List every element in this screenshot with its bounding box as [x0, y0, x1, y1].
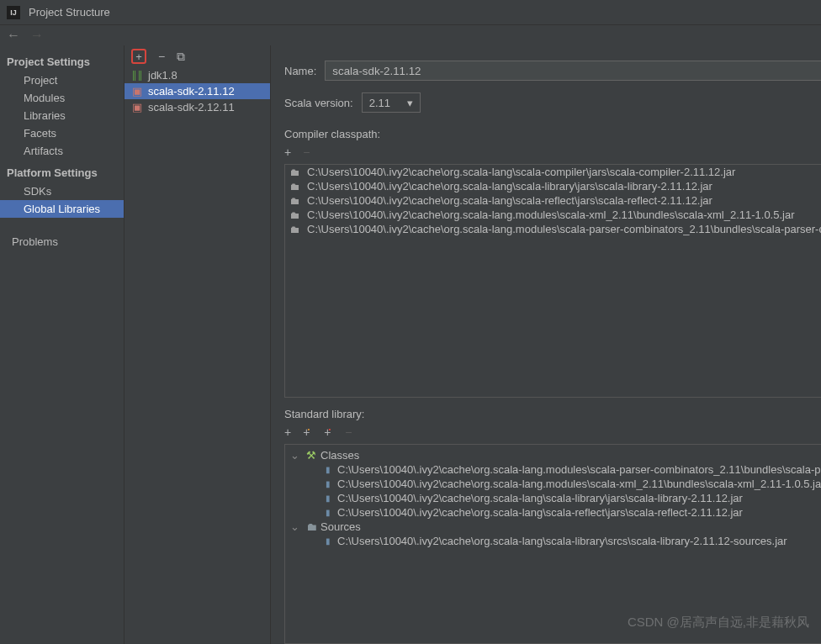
classpath-path: C:\Users\10040\.ivy2\cache\org.scala-lan…: [307, 166, 735, 178]
nav-problems[interactable]: Problems: [0, 233, 124, 251]
jar-icon: ▮: [322, 508, 334, 517]
chevron-down-icon: ▾: [407, 97, 413, 109]
class-jar-item[interactable]: ▮C:\Users\10040\.ivy2\cache\org.scala-la…: [285, 491, 821, 505]
hammer-icon: ⚒: [305, 449, 317, 462]
settings-nav: Project Settings Project Modules Librari…: [0, 45, 124, 644]
classpath-item[interactable]: 🖿C:\Users\10040\.ivy2\cache\org.scala-la…: [285, 222, 821, 236]
jar-icon: ▮: [322, 465, 334, 474]
titlebar: IJ Project Structure: [0, 0, 821, 25]
watermark: CSDN @居高声自远,非是藉秋风: [628, 615, 809, 631]
classpath-path: C:\Users\10040\.ivy2\cache\org.scala-lan…: [307, 209, 795, 221]
classpath-path: C:\Users\10040\.ivy2\cache\org.scala-lan…: [307, 194, 712, 207]
add-stdlib-project-button[interactable]: +: [324, 425, 333, 439]
window-title: Project Structure: [29, 6, 110, 18]
scala-folder-icon: ▣: [131, 85, 143, 98]
source-jar-item[interactable]: ▮C:\Users\10040\.ivy2\cache\org.scala-la…: [285, 534, 821, 548]
scala-version-select[interactable]: 2.11 ▾: [362, 92, 421, 113]
project-settings-header: Project Settings: [0, 52, 124, 71]
navbar: ← →: [0, 25, 821, 45]
sources-label: Sources: [320, 520, 361, 533]
folder-icon: 🖿: [290, 209, 302, 221]
classpath-item[interactable]: 🖿C:\Users\10040\.ivy2\cache\org.scala-la…: [285, 208, 821, 222]
nav-facets[interactable]: Facets: [0, 124, 124, 142]
class-jar-item[interactable]: ▮C:\Users\10040\.ivy2\cache\org.scala-la…: [285, 477, 821, 491]
standard-library-label: Standard library:: [284, 408, 821, 420]
classpath-item[interactable]: 🖿C:\Users\10040\.ivy2\cache\org.scala-la…: [285, 193, 821, 208]
nav-sdks[interactable]: SDKs: [0, 182, 124, 200]
library-item-scala-2-12[interactable]: ▣ scala-sdk-2.12.11: [124, 99, 270, 115]
classpath-item[interactable]: 🖿C:\Users\10040\.ivy2\cache\org.scala-la…: [285, 179, 821, 193]
classpath-item[interactable]: 🖿C:\Users\10040\.ivy2\cache\org.scala-la…: [285, 165, 821, 179]
nav-artifacts[interactable]: Artifacts: [0, 142, 124, 160]
nav-global-libraries[interactable]: Global Libraries: [0, 200, 124, 218]
add-library-button[interactable]: +: [131, 49, 146, 64]
library-label: jdk1.8: [148, 69, 177, 82]
source-path: C:\Users\10040\.ivy2\cache\org.scala-lan…: [337, 535, 787, 547]
class-path: C:\Users\10040\.ivy2\cache\org.scala-lan…: [337, 463, 821, 476]
compiler-classpath-label: Compiler classpath:: [284, 128, 821, 140]
add-stdlib-button[interactable]: +: [284, 425, 291, 439]
library-label: scala-sdk-2.12.11: [148, 101, 235, 113]
chevron-down-icon[interactable]: ⌄: [290, 520, 302, 533]
jar-icon: ▮: [322, 494, 334, 503]
classpath-toolbar: + −: [284, 145, 821, 159]
nav-modules[interactable]: Modules: [0, 89, 124, 107]
classpath-path: C:\Users\10040\.ivy2\cache\org.scala-lan…: [307, 223, 821, 235]
class-path: C:\Users\10040\.ivy2\cache\org.scala-lan…: [337, 492, 743, 504]
add-classpath-button[interactable]: +: [284, 145, 291, 159]
class-jar-item[interactable]: ▮C:\Users\10040\.ivy2\cache\org.scala-la…: [285, 462, 821, 477]
jar-icon: ▮: [322, 536, 334, 546]
library-item-jdk[interactable]: ║║ jdk1.8: [124, 67, 270, 83]
sources-node[interactable]: ⌄ 🖿 Sources: [285, 520, 821, 534]
libraries-panel: + − ⧉ ║║ jdk1.8 ▣ scala-sdk-2.11.12 ▣ sc…: [124, 45, 271, 644]
jar-icon: ▮: [322, 479, 334, 488]
classpath-list[interactable]: 🖿C:\Users\10040\.ivy2\cache\org.scala-la…: [284, 164, 821, 398]
libraries-list: ║║ jdk1.8 ▣ scala-sdk-2.11.12 ▣ scala-sd…: [124, 67, 270, 644]
library-detail-panel: Name: Scala version: 2.11 ▾ Compiler cla…: [271, 45, 821, 644]
scala-version-label: Scala version:: [284, 97, 353, 109]
name-label: Name:: [284, 65, 316, 77]
nav-project[interactable]: Project: [0, 71, 124, 89]
chevron-down-icon[interactable]: ⌄: [290, 449, 302, 462]
copy-library-button[interactable]: ⧉: [177, 50, 185, 64]
folder-icon: 🖿: [305, 520, 317, 533]
folder-icon: 🖿: [290, 224, 302, 235]
classes-node[interactable]: ⌄ ⚒ Classes: [285, 448, 821, 462]
folder-icon: 🖿: [290, 195, 302, 207]
add-stdlib-global-button[interactable]: +: [303, 425, 312, 439]
platform-settings-header: Platform Settings: [0, 163, 124, 182]
library-label: scala-sdk-2.11.12: [148, 85, 235, 98]
class-jar-item[interactable]: ▮C:\Users\10040\.ivy2\cache\org.scala-la…: [285, 505, 821, 520]
libraries-toolbar: + − ⧉: [124, 45, 270, 67]
class-path: C:\Users\10040\.ivy2\cache\org.scala-lan…: [337, 478, 821, 490]
class-path: C:\Users\10040\.ivy2\cache\org.scala-lan…: [337, 506, 743, 519]
nav-libraries[interactable]: Libraries: [0, 107, 124, 124]
classpath-path: C:\Users\10040\.ivy2\cache\org.scala-lan…: [307, 180, 712, 193]
stdlib-toolbar: + + + −: [284, 425, 821, 439]
folder-icon: 🖿: [290, 181, 302, 193]
folder-icon: 🖿: [290, 166, 302, 178]
jdk-icon: ║║: [131, 71, 143, 80]
classes-label: Classes: [320, 449, 359, 462]
library-item-scala-2-11[interactable]: ▣ scala-sdk-2.11.12: [124, 83, 270, 99]
remove-classpath-button[interactable]: −: [303, 145, 310, 159]
scala-folder-icon: ▣: [131, 101, 143, 113]
scala-version-value: 2.11: [369, 97, 390, 109]
back-icon[interactable]: ←: [7, 28, 20, 43]
forward-icon[interactable]: →: [30, 28, 44, 43]
remove-library-button[interactable]: −: [158, 50, 165, 63]
name-input[interactable]: [325, 61, 821, 81]
remove-stdlib-button[interactable]: −: [345, 425, 352, 439]
app-logo-icon: IJ: [7, 6, 20, 19]
